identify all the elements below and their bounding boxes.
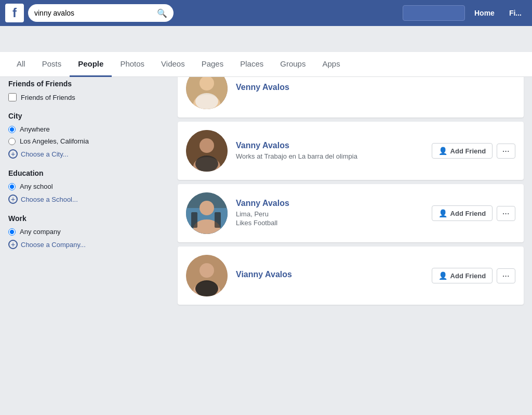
result-card-vanny-1: Vanny Avalos Works at Trabajo en La barr… xyxy=(178,122,524,180)
result-location-vanny-2: Lima, Peru xyxy=(236,210,423,218)
filter-section-title-friends: Friends of Friends xyxy=(8,80,169,88)
result-name-venny[interactable]: Venny Avalos xyxy=(236,83,515,92)
any-school-radio[interactable] xyxy=(8,183,16,190)
filter-section-title-work: Work xyxy=(8,214,169,223)
filter-section-city: City Anywhere Los Angeles, California + … xyxy=(8,112,169,159)
result-actions-vanny-1: 👤 Add Friend ··· xyxy=(432,143,515,159)
result-info-vianny: Vianny Avalos xyxy=(236,270,423,281)
result-name-vianny[interactable]: Vianny Avalos xyxy=(236,270,423,279)
more-button-vanny-1[interactable]: ··· xyxy=(497,144,515,159)
add-friend-button-vanny-2[interactable]: 👤 Add Friend xyxy=(432,205,493,221)
avatar-vanny-2-image xyxy=(186,192,228,234)
search-bar: 🔍 xyxy=(28,4,174,22)
filter-any-company[interactable]: Any company xyxy=(8,228,169,236)
result-name-vanny-2[interactable]: Vanny Avalos xyxy=(236,199,423,208)
svg-point-5 xyxy=(200,138,214,153)
search-button[interactable]: 🔍 xyxy=(157,8,167,18)
header-input-box[interactable] xyxy=(403,5,465,21)
avatar-vianny xyxy=(186,255,228,296)
svg-rect-12 xyxy=(191,212,197,228)
find-nav-button[interactable]: Fi... xyxy=(504,9,527,17)
filter-city-anywhere[interactable]: Anywhere xyxy=(8,125,169,133)
svg-point-15 xyxy=(200,263,214,278)
nav-tabs: All Posts People Photos Videos Pages Pla… xyxy=(0,52,532,77)
choose-company-link[interactable]: + Choose a Company... xyxy=(8,240,169,249)
result-card-vianny: Vianny Avalos 👤 Add Friend ··· xyxy=(178,247,524,305)
tab-groups[interactable]: Groups xyxy=(272,52,314,77)
header: f 🔍 Home Fi... xyxy=(0,0,532,26)
circle-plus-icon: + xyxy=(8,149,18,159)
result-work-vanny-1: Works at Trabajo en La barra del olimpia xyxy=(236,152,423,160)
filter-section-title-education: Education xyxy=(8,169,169,177)
tab-videos[interactable]: Videos xyxy=(153,52,193,77)
home-nav-button[interactable]: Home xyxy=(469,9,500,17)
more-button-vianny[interactable]: ··· xyxy=(497,268,515,283)
result-card-vanny-2: Vanny Avalos Lima, Peru Likes Football 👤… xyxy=(178,184,524,242)
header-right: Home Fi... xyxy=(403,5,527,21)
filter-section-education: Education Any school + Choose a School..… xyxy=(8,169,169,204)
filter-city-la[interactable]: Los Angeles, California xyxy=(8,137,169,145)
svg-point-3 xyxy=(195,93,218,109)
result-actions-vianny: 👤 Add Friend ··· xyxy=(432,268,515,283)
add-person-icon-2: 👤 xyxy=(438,209,447,217)
more-button-vanny-2[interactable]: ··· xyxy=(497,206,515,221)
add-person-icon: 👤 xyxy=(438,147,447,155)
sidebar: Filter Results Friends of Friends Friend… xyxy=(8,59,169,305)
tab-people[interactable]: People xyxy=(70,52,112,77)
content-area: Filter Results Friends of Friends Friend… xyxy=(0,51,532,313)
search-input[interactable] xyxy=(34,9,154,17)
result-info-vanny-2: Vanny Avalos Lima, Peru Likes Football xyxy=(236,199,423,228)
svg-point-10 xyxy=(200,201,214,215)
filter-friends-of-friends[interactable]: Friends of Friends xyxy=(8,93,169,101)
tab-all[interactable]: All xyxy=(8,52,34,77)
circle-plus-school-icon: + xyxy=(8,194,18,204)
facebook-logo: f xyxy=(5,4,24,22)
city-la-radio[interactable] xyxy=(8,138,16,145)
avatar-vianny-image xyxy=(186,255,228,296)
circle-plus-company-icon: + xyxy=(8,240,18,249)
result-likes-vanny-2: Likes Football xyxy=(236,219,423,227)
any-company-radio[interactable] xyxy=(8,228,16,236)
svg-point-17 xyxy=(195,280,218,296)
svg-point-7 xyxy=(195,155,218,172)
tab-pages[interactable]: Pages xyxy=(193,52,232,77)
choose-city-link[interactable]: + Choose a City... xyxy=(8,149,169,159)
city-anywhere-radio[interactable] xyxy=(8,126,16,133)
filter-section-work: Work Any company + Choose a Company... xyxy=(8,214,169,249)
result-actions-vanny-2: 👤 Add Friend ··· xyxy=(432,205,515,221)
tab-photos[interactable]: Photos xyxy=(112,52,153,77)
tab-apps[interactable]: Apps xyxy=(314,52,348,77)
result-info-vanny-1: Vanny Avalos Works at Trabajo en La barr… xyxy=(236,141,423,161)
avatar-vanny-2 xyxy=(186,192,228,234)
add-person-icon-3: 👤 xyxy=(438,271,447,280)
results-list: Venny Avalos Vanny Avalos Works at Traba… xyxy=(178,59,524,305)
svg-point-1 xyxy=(200,76,214,90)
filter-section-title-city: City xyxy=(8,112,169,120)
friends-checkbox[interactable] xyxy=(8,93,17,101)
svg-rect-13 xyxy=(215,212,221,228)
filter-any-school[interactable]: Any school xyxy=(8,183,169,190)
add-friend-button-vianny[interactable]: 👤 Add Friend xyxy=(432,268,493,283)
avatar-vanny-1 xyxy=(186,130,228,172)
avatar-vanny-1-image xyxy=(186,130,228,172)
tab-places[interactable]: Places xyxy=(232,52,272,77)
add-friend-button-vanny-1[interactable]: 👤 Add Friend xyxy=(432,143,493,159)
choose-school-link[interactable]: + Choose a School... xyxy=(8,194,169,204)
result-name-vanny-1[interactable]: Vanny Avalos xyxy=(236,141,423,150)
result-info-venny: Venny Avalos xyxy=(236,83,515,94)
tab-posts[interactable]: Posts xyxy=(34,52,70,77)
filter-section-friends: Friends of Friends Friends of Friends xyxy=(8,80,169,101)
